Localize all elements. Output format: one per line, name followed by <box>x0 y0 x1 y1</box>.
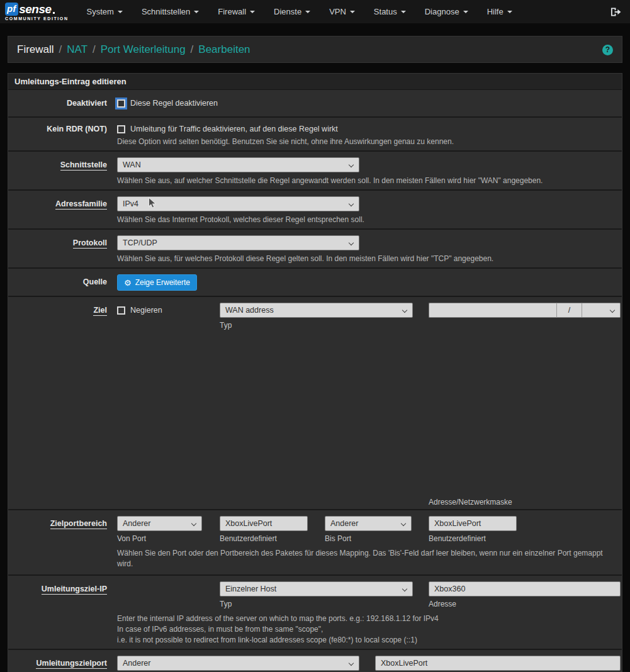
caret-down-icon <box>305 11 310 13</box>
nav-item-label: Firewall <box>218 7 246 16</box>
checkbox-label: Umleitung für Traffic deaktivieren, auf … <box>130 125 338 133</box>
port-from-custom-input[interactable] <box>220 516 308 531</box>
trademark-dot <box>53 12 55 14</box>
field-label: Umleitungsziel-IP <box>42 585 107 595</box>
show-advanced-button[interactable]: ⚙ Zeige Erweiterte <box>117 274 197 291</box>
nav-item-schnittstellen[interactable]: Schnittstellen <box>132 0 208 23</box>
logo-pf-badge: pf <box>5 3 18 16</box>
help-text: Diese Option wird selten benötigt. Benut… <box>117 137 614 147</box>
field-caption: Von Port <box>117 534 202 543</box>
field-caption: Benutzerdefiniert <box>220 534 308 543</box>
breadcrumb-separator: / <box>93 43 96 56</box>
field-label: Protokoll <box>73 238 107 249</box>
row-addressfamily: Adressfamilie IPv4 Wählen Sie das Intern… <box>8 189 622 228</box>
interface-select[interactable]: WAN <box>117 157 359 172</box>
nav-item-status[interactable]: Status <box>364 0 415 23</box>
caret-down-icon <box>507 11 512 13</box>
redirect-ip-type-select[interactable]: Einzelner Host <box>220 581 413 596</box>
field-label: Ziel <box>93 306 107 316</box>
field-label: Kein RDR (NOT) <box>8 124 117 147</box>
breadcrumb-bearbeiten-link[interactable]: Bearbeiten <box>198 43 250 56</box>
row-interface: Schnittstelle WAN Wählen Sie aus, auf we… <box>8 150 622 189</box>
no-rdr-checkbox[interactable] <box>117 125 125 133</box>
select-value: TCP/UDP <box>123 238 157 247</box>
nav-menu: System Schnittstellen Firewall Dienste V… <box>77 0 608 23</box>
disable-rule-checkbox[interactable] <box>117 99 125 108</box>
row-destination: Ziel Negieren WAN address Typ <box>8 296 622 509</box>
sign-out-icon[interactable] <box>608 4 624 20</box>
caret-down-icon <box>463 11 468 13</box>
row-nordr: Kein RDR (NOT) Umleitung für Traffic dea… <box>8 116 622 150</box>
help-text: Wählen Sie aus, für welches Protokoll di… <box>117 254 614 264</box>
row-source: Quelle ⚙ Zeige Erweiterte <box>8 267 622 296</box>
caret-down-icon <box>194 11 199 13</box>
redirect-ip-address-input[interactable] <box>429 581 621 596</box>
destination-type-select[interactable]: WAN address <box>220 303 413 318</box>
destination-negate-checkbox[interactable] <box>117 306 125 315</box>
nav-item-diagnose[interactable]: Diagnose <box>415 0 478 23</box>
caret-down-icon <box>350 11 355 13</box>
caret-down-icon <box>118 11 123 13</box>
select-value: Anderer <box>123 519 150 528</box>
help-text: Wählen Sie das Internet Protokoll, welch… <box>117 215 614 225</box>
help-icon[interactable]: ? <box>602 45 613 55</box>
chevron-down-icon <box>349 201 354 206</box>
row-disabled: Deaktiviert Diese Regel deaktivieren <box>8 90 622 116</box>
logo-sense-text: sense <box>19 4 51 15</box>
breadcrumb-portweiterleitung-link[interactable]: Port Weiterleitung <box>101 43 186 56</box>
field-caption: Typ <box>220 321 413 330</box>
port-from-select[interactable]: Anderer <box>117 516 202 531</box>
mask-separator: / <box>556 303 582 318</box>
chevron-down-icon <box>402 586 407 591</box>
pfsense-logo[interactable]: pf sense COMMUNITY EDITION <box>5 3 69 21</box>
select-value: WAN address <box>225 306 274 315</box>
row-destination-port-range: Zielportbereich Anderer Von Port Benutze… <box>8 509 622 574</box>
redirect-port-custom-input[interactable] <box>375 656 621 671</box>
field-caption: Adresse/Netzwerkmaske <box>429 498 621 507</box>
protocol-select[interactable]: TCP/UDP <box>117 235 359 250</box>
breadcrumb-nat-link[interactable]: NAT <box>67 43 87 56</box>
field-label: Deaktiviert <box>8 98 117 108</box>
destination-mask-select[interactable] <box>582 303 621 318</box>
field-caption: Bis Port <box>325 534 412 543</box>
nav-item-label: Diagnose <box>425 7 459 16</box>
chevron-down-icon <box>349 162 354 167</box>
row-redirect-target-port: Umleitungszielport Anderer Port Benutzer… <box>8 649 622 672</box>
select-value: IPv4 <box>123 199 138 208</box>
chevron-down-icon <box>349 240 354 245</box>
breadcrumb-separator: / <box>191 43 194 56</box>
chevron-down-icon <box>610 308 615 313</box>
field-label: Umleitungszielport <box>36 659 107 669</box>
field-label: Adressfamilie <box>55 199 107 210</box>
port-to-custom-input[interactable] <box>429 516 517 531</box>
help-text: Wählen Sie den Port oder den Portbereich… <box>117 548 614 569</box>
navbar: pf sense COMMUNITY EDITION System Schnit… <box>0 0 630 23</box>
field-caption: Benutzerdefiniert <box>429 534 517 543</box>
nav-item-vpn[interactable]: VPN <box>320 0 364 23</box>
addressfamily-select[interactable]: IPv4 <box>117 196 359 211</box>
field-caption: Typ <box>220 600 413 608</box>
destination-address-input[interactable] <box>429 303 556 318</box>
breadcrumb: Firewall / NAT / Port Weiterleitung / Be… <box>8 36 622 63</box>
nav-item-dienste[interactable]: Dienste <box>264 0 320 23</box>
chevron-down-icon <box>401 521 406 526</box>
checkbox-label: Negieren <box>130 306 162 315</box>
chevron-down-icon <box>191 521 196 526</box>
redirect-port-select[interactable]: Anderer <box>117 656 359 671</box>
row-protocol: Protokoll TCP/UDP Wählen Sie aus, für we… <box>8 228 622 267</box>
select-value: Einzelner Host <box>225 585 276 593</box>
edit-redirect-panel: Umleitungs-Eintrag editieren Deaktiviert… <box>8 73 622 672</box>
nav-item-label: Schnittstellen <box>142 7 190 16</box>
nav-item-label: Status <box>374 7 397 16</box>
nav-item-hilfe[interactable]: Hilfe <box>478 0 522 23</box>
gear-icon: ⚙ <box>124 279 132 287</box>
select-value: WAN <box>123 160 141 169</box>
nav-item-firewall[interactable]: Firewall <box>208 0 264 23</box>
chevron-down-icon <box>402 308 407 313</box>
caret-down-icon <box>250 11 255 13</box>
nav-item-system[interactable]: System <box>77 0 132 23</box>
caret-down-icon <box>401 11 406 13</box>
help-text: Enter the internal IP address of the ser… <box>117 613 614 646</box>
breadcrumb-firewall: Firewall <box>17 43 54 56</box>
port-to-select[interactable]: Anderer <box>325 516 412 531</box>
